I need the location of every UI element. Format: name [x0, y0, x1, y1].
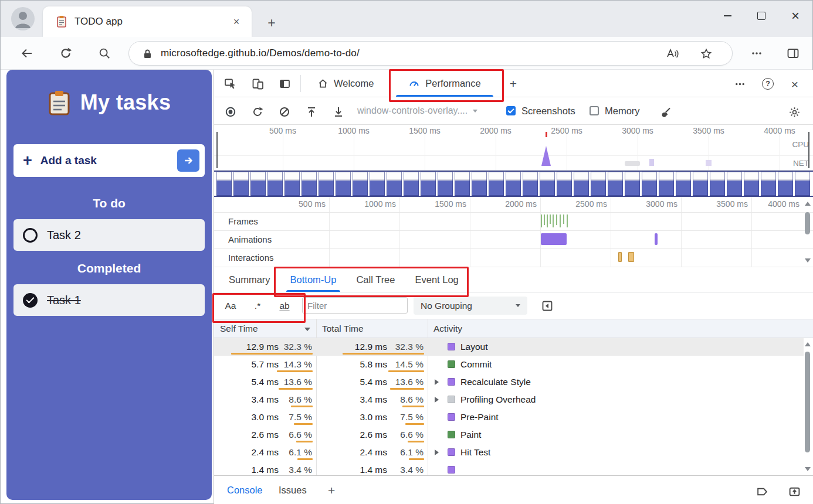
address-bar[interactable]: microsoftedge.github.io/Demos/demo-to-do…	[128, 41, 733, 66]
save-profile-button[interactable]	[331, 105, 345, 119]
drawer-more-tabs-button[interactable]: +	[328, 476, 335, 504]
table-row[interactable]: 12.9 ms32.3 % 12.9 ms32.3 % Layout	[214, 338, 804, 356]
scroll-down-icon[interactable]	[805, 467, 811, 471]
table-row[interactable]: 1.4 ms3.4 % 1.4 ms3.4 %	[214, 461, 804, 475]
filmstrip-thumbnail[interactable]	[727, 172, 742, 196]
expander-icon[interactable]	[435, 397, 439, 403]
task-checkbox-checked[interactable]	[23, 293, 38, 308]
filmstrip-thumbnail[interactable]	[302, 172, 317, 196]
refresh-button[interactable]	[58, 46, 73, 61]
tab-bottom-up[interactable]: Bottom-Up	[280, 267, 347, 292]
tab-event-log[interactable]: Event Log	[405, 267, 468, 292]
record-button[interactable]	[223, 105, 238, 119]
browser-menu-button[interactable]	[749, 46, 764, 61]
animation-bar[interactable]	[655, 233, 658, 245]
scroll-up-icon[interactable]	[805, 202, 811, 206]
profile-select[interactable]: window-controls-overlay....	[357, 97, 477, 124]
filmstrip-thumbnail[interactable]	[472, 172, 487, 196]
match-whole-word-toggle[interactable]: ab	[274, 297, 295, 315]
filmstrip-thumbnail[interactable]	[404, 172, 419, 196]
filmstrip-thumbnail[interactable]	[540, 172, 555, 196]
window-close-button[interactable]: ×	[778, 1, 812, 31]
window-minimize-button[interactable]	[710, 1, 744, 31]
column-total-time[interactable]: Total Time	[322, 319, 364, 338]
tracks-scrollbar[interactable]	[803, 200, 812, 264]
tab-close-button[interactable]: ×	[229, 15, 243, 29]
table-row[interactable]: 3.0 ms7.5 % 3.0 ms7.5 % Pre-Paint	[214, 408, 804, 426]
filmstrip-thumbnail[interactable]	[284, 172, 300, 196]
collect-garbage-button[interactable]	[659, 105, 673, 119]
devtools-help-button[interactable]: ?	[761, 77, 775, 91]
read-aloud-button[interactable]	[665, 47, 679, 61]
quick-view-button[interactable]	[755, 484, 769, 498]
profile-avatar[interactable]	[11, 7, 35, 30]
filter-input[interactable]	[302, 297, 408, 314]
expander-icon[interactable]	[435, 449, 439, 455]
filmstrip-thumbnail[interactable]	[574, 172, 589, 196]
timeline-overview[interactable]: 500 ms 1000 ms 1500 ms 2000 ms 2500 ms 3…	[214, 125, 813, 171]
scroll-up-icon[interactable]	[805, 342, 811, 346]
more-tools-button[interactable]: +	[506, 77, 520, 91]
scroll-down-icon[interactable]	[805, 258, 811, 263]
table-row[interactable]: 2.4 ms6.1 % 2.4 ms6.1 % Hit Test	[214, 444, 804, 461]
clear-recording-button[interactable]	[277, 105, 292, 119]
performance-settings-button[interactable]	[787, 105, 801, 119]
filmstrip-thumbnail[interactable]	[387, 172, 402, 196]
tab-call-tree[interactable]: Call Tree	[346, 267, 405, 292]
range-handle-right[interactable]	[808, 132, 809, 168]
new-tab-button[interactable]: +	[263, 15, 280, 31]
filmstrip-thumbnail[interactable]	[336, 172, 351, 196]
record-and-reload-button[interactable]	[250, 105, 265, 119]
expander-icon[interactable]	[435, 379, 439, 385]
filmstrip-thumbnail[interactable]	[370, 172, 385, 196]
load-profile-button[interactable]	[304, 105, 319, 119]
expand-drawer-button[interactable]	[787, 484, 801, 498]
timeline-tracks[interactable]: 500 ms 1000 ms 1500 ms 2000 ms 2500 ms 3…	[214, 197, 813, 267]
filmstrip-thumbnail[interactable]	[659, 172, 674, 196]
filmstrip-thumbnail[interactable]	[421, 172, 436, 196]
filmstrip-thumbnail[interactable]	[216, 172, 232, 196]
filmstrip-thumbnail[interactable]	[642, 172, 657, 196]
browser-tab[interactable]: TODO app ×	[43, 6, 252, 37]
filmstrip-thumbnail[interactable]	[795, 172, 810, 196]
heaviest-stack-button[interactable]	[540, 299, 554, 313]
tab-welcome[interactable]: Welcome	[307, 70, 384, 97]
favorites-button[interactable]	[699, 47, 713, 61]
filmstrip-thumbnail[interactable]	[523, 172, 538, 196]
filmstrip-thumbnail[interactable]	[557, 172, 572, 196]
task-checkbox[interactable]	[23, 228, 38, 243]
filmstrip-thumbnail[interactable]	[744, 172, 759, 196]
interaction-bar[interactable]	[628, 252, 634, 262]
grid-scrollbar[interactable]	[803, 342, 812, 471]
column-activity[interactable]: Activity	[433, 319, 462, 338]
filmstrip-thumbnail[interactable]	[625, 172, 640, 196]
sidebar-toggle-button[interactable]	[785, 46, 801, 61]
filmstrip-thumbnail[interactable]	[506, 172, 521, 196]
filmstrip-thumbnail[interactable]	[591, 172, 606, 196]
tab-performance[interactable]: Performance	[391, 70, 498, 97]
animation-bar[interactable]	[541, 233, 567, 245]
back-button[interactable]	[19, 46, 35, 61]
filmstrip-thumbnail[interactable]	[250, 172, 266, 196]
scrollbar-thumb[interactable]	[805, 212, 810, 234]
tab-summary[interactable]: Summary	[219, 267, 280, 292]
filmstrip-thumbnail[interactable]	[319, 172, 334, 196]
column-self-time[interactable]: Self Time	[220, 319, 258, 338]
drawer-tab-issues[interactable]: Issues	[279, 476, 307, 504]
add-task-input[interactable]: + Add a task	[13, 144, 205, 177]
match-case-toggle[interactable]: Aa	[220, 297, 241, 315]
window-maximize-button[interactable]	[744, 1, 778, 31]
range-handle-left[interactable]	[216, 132, 218, 168]
filmstrip-thumbnail[interactable]	[710, 172, 725, 196]
devtools-menu-button[interactable]	[733, 77, 747, 91]
activity-bar-toggle-button[interactable]	[277, 77, 292, 91]
search-button[interactable]	[97, 46, 112, 61]
filmstrip-thumbnail[interactable]	[778, 172, 793, 196]
filmstrip-thumbnail[interactable]	[676, 172, 691, 196]
interaction-bar[interactable]	[618, 252, 622, 262]
filmstrip-thumbnail[interactable]	[761, 172, 776, 196]
task-item[interactable]: Task 2	[13, 219, 205, 251]
device-emulation-button[interactable]	[250, 77, 265, 91]
devtools-close-button[interactable]: ×	[788, 77, 802, 91]
table-row[interactable]: 3.4 ms8.6 % 3.4 ms8.6 % Profiling Overhe…	[214, 391, 804, 408]
